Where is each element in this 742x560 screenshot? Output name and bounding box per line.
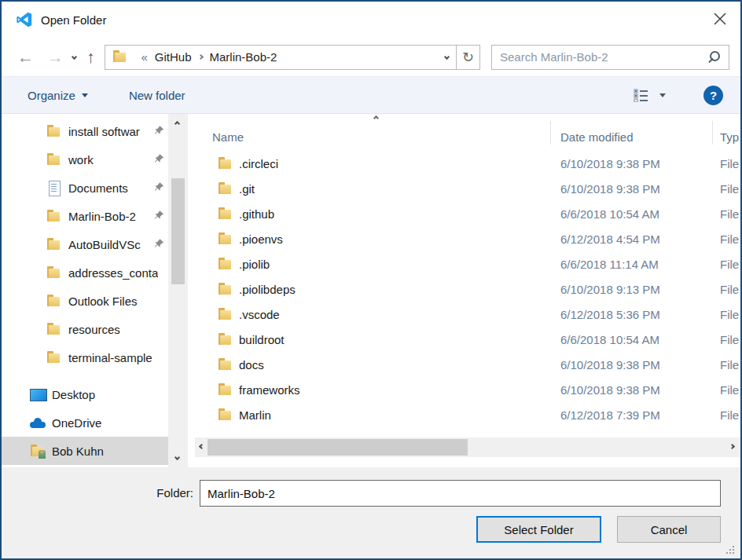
sidebar-item-icon: [46, 350, 62, 365]
breadcrumb-github[interactable]: GitHub: [155, 50, 192, 64]
folder-icon: [218, 382, 233, 397]
scroll-up-icon[interactable]: [174, 121, 180, 126]
folder-name-input[interactable]: [200, 480, 721, 507]
file-row[interactable]: .pioenvs 6/12/2018 4:54 PM File: [195, 226, 740, 251]
breadcrumb-separator-icon: [197, 54, 203, 60]
file-row[interactable]: Marlin 6/12/2018 7:39 PM File: [195, 402, 740, 427]
file-name: .piolibdeps: [239, 283, 560, 296]
organize-menu-button[interactable]: Organize: [28, 89, 88, 102]
address-bar[interactable]: « GitHub Marlin-Bob-2: [105, 45, 457, 70]
file-date-modified: 6/10/2018 9:38 PM: [560, 182, 720, 196]
sidebar-item-label: resources: [68, 323, 120, 336]
file-name: .circleci: [239, 157, 560, 170]
pin-icon: [154, 210, 164, 223]
file-row[interactable]: .circleci 6/10/2018 9:38 PM File: [195, 151, 740, 176]
sidebar-item-label: addresses_conta: [68, 266, 158, 280]
folder-icon: [218, 307, 233, 322]
sidebar-item[interactable]: addresses_conta: [2, 258, 168, 287]
forward-icon[interactable]: →: [47, 49, 64, 65]
file-type: File: [720, 157, 740, 170]
file-row[interactable]: .git 6/10/2018 9:38 PM File: [195, 176, 740, 201]
resize-grip[interactable]: [733, 552, 734, 554]
sidebar-item[interactable]: Desktop: [2, 380, 168, 408]
file-row[interactable]: .piolib 6/6/2018 11:14 AM File: [195, 251, 740, 276]
sidebar-item-label: Marlin-Bob-2: [68, 210, 136, 223]
recent-locations-chevron-icon[interactable]: [72, 54, 77, 60]
breadcrumb-marlin-bob-2[interactable]: Marlin-Bob-2: [210, 50, 277, 64]
file-row[interactable]: .piolibdeps 6/10/2018 9:13 PM File: [195, 276, 740, 302]
sidebar-item-icon: [30, 415, 46, 430]
horizontal-scrollbar[interactable]: [195, 437, 740, 457]
sidebar-item[interactable]: install softwar: [2, 117, 168, 145]
column-header-name[interactable]: Name: [212, 130, 560, 144]
column-header-date-modified[interactable]: Date modified: [560, 130, 720, 144]
column-header-type[interactable]: Typ: [720, 130, 740, 144]
file-type: File: [720, 182, 740, 196]
pin-icon: [154, 125, 164, 138]
address-folder-icon: [112, 49, 128, 64]
dialog-content: install softwar work: [2, 114, 740, 467]
sidebar-scrollbar-thumb[interactable]: [171, 178, 185, 284]
close-button[interactable]: [704, 5, 736, 33]
folder-icon: [218, 257, 233, 272]
folder-icon: [218, 156, 233, 171]
folder-icon: [218, 207, 233, 221]
sidebar-item[interactable]: resources: [2, 315, 168, 343]
file-date-modified: 6/12/2018 4:54 PM: [560, 232, 720, 246]
sidebar-scrollbar[interactable]: [168, 114, 188, 467]
file-type: File: [720, 207, 740, 221]
file-type: File: [720, 232, 740, 246]
window-title: Open Folder: [41, 13, 106, 27]
file-row[interactable]: docs 6/10/2018 9:38 PM File: [195, 352, 740, 377]
file-type: File: [720, 308, 740, 321]
sidebar-item[interactable]: terminal-sample: [2, 343, 168, 372]
refresh-button[interactable]: ↻: [456, 45, 480, 70]
sidebar-item-icon: [46, 152, 62, 167]
file-name: frameworks: [239, 383, 560, 397]
sidebar-item[interactable]: work: [2, 145, 168, 174]
sidebar-item-label: install softwar: [68, 125, 140, 138]
horizontal-scrollbar-thumb[interactable]: [208, 439, 468, 456]
address-dropdown-icon[interactable]: [444, 54, 450, 60]
scroll-down-icon[interactable]: [174, 455, 180, 460]
file-name: buildroot: [239, 333, 560, 346]
folder-icon: [218, 181, 233, 196]
search-icon[interactable]: [707, 50, 721, 64]
file-date-modified: 6/10/2018 9:38 PM: [560, 358, 720, 372]
sidebar-item[interactable]: Marlin-Bob-2: [2, 202, 168, 230]
scroll-right-icon[interactable]: [729, 444, 735, 449]
file-row[interactable]: buildroot 6/6/2018 10:54 AM File: [195, 327, 740, 352]
new-folder-button[interactable]: New folder: [129, 89, 186, 102]
back-icon[interactable]: ←: [17, 49, 34, 65]
sidebar-item-label: Bob Kuhn: [52, 445, 104, 458]
up-icon[interactable]: ↑: [86, 49, 95, 65]
change-view-icon[interactable]: [634, 89, 649, 102]
search-box[interactable]: Search Marlin-Bob-2: [491, 45, 729, 70]
sidebar-item[interactable]: Documents: [2, 174, 168, 202]
folder-icon: [218, 232, 233, 247]
sidebar-item[interactable]: OneDrive: [2, 408, 168, 437]
help-button[interactable]: ?: [703, 86, 723, 105]
file-date-modified: 6/12/2018 7:39 PM: [560, 408, 720, 422]
file-row[interactable]: .github 6/6/2018 10:54 AM File: [195, 201, 740, 226]
cancel-button[interactable]: Cancel: [617, 516, 721, 543]
file-date-modified: 6/12/2018 5:36 PM: [560, 308, 720, 321]
sort-ascending-icon: [373, 115, 379, 121]
column-divider[interactable]: [550, 121, 551, 145]
pin-icon: [154, 181, 164, 195]
sidebar-item[interactable]: Outlook Files: [2, 287, 168, 315]
view-dropdown-icon[interactable]: [659, 93, 666, 97]
sidebar-item-icon: [46, 294, 62, 309]
sidebar-item[interactable]: Bob Kuhn: [2, 437, 168, 465]
scroll-left-icon[interactable]: [199, 444, 204, 449]
toolbar-right: ?: [634, 86, 723, 105]
file-date-modified: 6/10/2018 9:38 PM: [560, 157, 720, 170]
column-divider[interactable]: [712, 121, 713, 145]
file-row[interactable]: .vscode 6/12/2018 5:36 PM File: [195, 302, 740, 327]
file-name: docs: [239, 358, 560, 372]
select-folder-button[interactable]: Select Folder: [476, 516, 601, 543]
breadcrumb-overflow[interactable]: «: [141, 50, 148, 64]
sidebar-item[interactable]: AutoBuildVSc: [2, 230, 168, 258]
organize-label: Organize: [28, 89, 75, 102]
file-row[interactable]: frameworks 6/10/2018 9:38 PM File: [195, 377, 740, 402]
